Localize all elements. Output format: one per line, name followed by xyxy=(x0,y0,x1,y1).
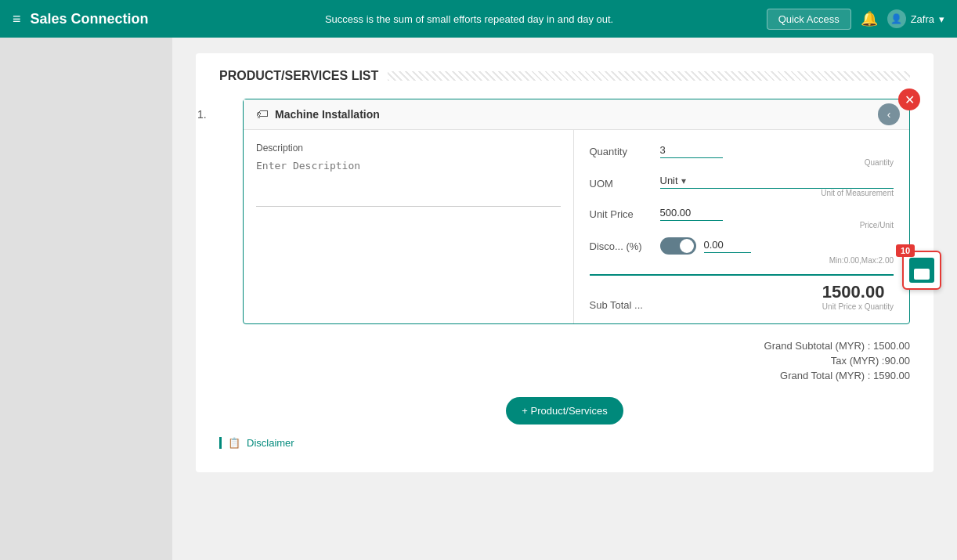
section-title-text: PRODUCT/SERVICES LIST xyxy=(219,69,378,83)
product-item: ✕ 🏷 Machine Installation ‹ Description xyxy=(243,99,910,324)
title-underline-decoration xyxy=(388,71,910,81)
description-label: Description xyxy=(256,143,561,154)
quantity-value-wrap: 3 Quantity xyxy=(660,143,894,167)
menu-icon[interactable]: ≡ xyxy=(13,11,21,27)
unit-price-sublabel: Price/Unit xyxy=(660,221,894,229)
uom-select[interactable]: Unit ▾ xyxy=(660,175,894,189)
floating-save-container: 10 xyxy=(902,251,941,290)
header: ≡ Sales Connection Success is the sum of… xyxy=(0,0,957,38)
description-input[interactable] xyxy=(256,160,561,207)
user-name: Zafra xyxy=(911,13,934,25)
subtotal-hint: Unit Price x Quantity xyxy=(822,302,894,311)
collapse-button[interactable]: ‹ xyxy=(878,103,900,125)
quantity-label: Quantity xyxy=(590,143,660,157)
add-product-button[interactable]: + Product/Services xyxy=(506,397,623,425)
content-area: PRODUCT/SERVICES LIST 1. ✕ 🏷 Machine Ins… xyxy=(172,38,957,560)
grand-total: Grand Total (MYR) : 1590.00 xyxy=(219,370,910,381)
chevron-down-icon: ▾ xyxy=(939,13,944,25)
discount-toggle[interactable] xyxy=(660,237,696,255)
floppy-disk-icon xyxy=(909,258,934,283)
discount-label: Disco... (%) xyxy=(590,237,660,252)
subtotal-label: Sub Total ... xyxy=(590,299,643,311)
item-number: 1. xyxy=(197,108,207,121)
discount-hint: Min:0.00,Max:2.00 xyxy=(660,256,894,265)
quantity-sublabel: Quantity xyxy=(660,158,894,167)
product-name: Machine Installation xyxy=(275,108,380,121)
save-badge: 10 xyxy=(896,244,915,257)
tag-icon: 🏷 xyxy=(256,107,269,121)
uom-sublabel: Unit of Measurement xyxy=(660,189,894,197)
subtotal-value: 1500.00 xyxy=(822,282,885,302)
user-avatar-icon: 👤 xyxy=(887,9,906,28)
uom-row: UOM Unit ▾ Unit of Measurement xyxy=(590,175,894,197)
uom-value-wrap: Unit ▾ Unit of Measurement xyxy=(660,175,894,197)
unit-price-label: Unit Price xyxy=(590,205,660,220)
product-header: 🏷 Machine Installation ‹ xyxy=(244,99,909,130)
discount-value[interactable]: 0.00 xyxy=(704,239,751,253)
unit-price-value[interactable]: 500.00 xyxy=(660,207,723,221)
header-right: Quick Access 🔔 👤 Zafra ▾ xyxy=(767,9,944,30)
subtotal-value-wrap: 1500.00 Unit Price x Quantity xyxy=(822,282,894,311)
grand-subtotal: Grand Subtotal (MYR) : 1500.00 xyxy=(219,340,910,352)
discount-row: Disco... (%) 0.00 Min:0.00,Max:2.00 xyxy=(590,237,894,265)
toggle-knob xyxy=(680,239,694,253)
discount-value-wrap: 0.00 Min:0.00,Max:2.00 xyxy=(660,237,894,265)
discount-controls: 0.00 xyxy=(660,237,894,255)
header-tagline: Success is the sum of small efforts repe… xyxy=(172,13,767,25)
main-layout: PRODUCT/SERVICES LIST 1. ✕ 🏷 Machine Ins… xyxy=(0,38,957,560)
content-panel: PRODUCT/SERVICES LIST 1. ✕ 🏷 Machine Ins… xyxy=(196,53,934,472)
product-body: Description Quantity 3 Quantity xyxy=(244,130,909,323)
section-title: PRODUCT/SERVICES LIST xyxy=(219,69,910,83)
disclaimer-icon: 📋 xyxy=(228,437,240,449)
uom-text: Unit xyxy=(660,175,678,186)
quick-access-button[interactable]: Quick Access xyxy=(767,9,851,30)
unit-price-row: Unit Price 500.00 Price/Unit xyxy=(590,205,894,229)
disclaimer-row[interactable]: 📋 Disclaimer xyxy=(219,437,910,449)
uom-dropdown-icon: ▾ xyxy=(681,175,686,186)
fields-section: Quantity 3 Quantity UOM xyxy=(574,130,910,323)
quantity-value[interactable]: 3 xyxy=(660,144,723,158)
uom-label: UOM xyxy=(590,175,660,190)
subtotal-row: Sub Total ... 1500.00 Unit Price x Quant… xyxy=(590,282,894,311)
quantity-row: Quantity 3 Quantity xyxy=(590,143,894,167)
bell-icon[interactable]: 🔔 xyxy=(861,10,878,27)
brand-title: Sales Connection xyxy=(31,11,149,27)
description-section: Description xyxy=(244,130,574,323)
tax: Tax (MYR) :90.00 xyxy=(219,355,910,367)
sidebar xyxy=(0,38,172,560)
remove-item-button[interactable]: ✕ xyxy=(898,89,920,110)
subtotal-divider xyxy=(590,274,894,276)
summary-section: Grand Subtotal (MYR) : 1500.00 Tax (MYR)… xyxy=(219,340,910,381)
unit-price-value-wrap: 500.00 Price/Unit xyxy=(660,205,894,229)
disclaimer-label: Disclaimer xyxy=(247,437,294,449)
user-menu[interactable]: 👤 Zafra ▾ xyxy=(887,9,944,28)
